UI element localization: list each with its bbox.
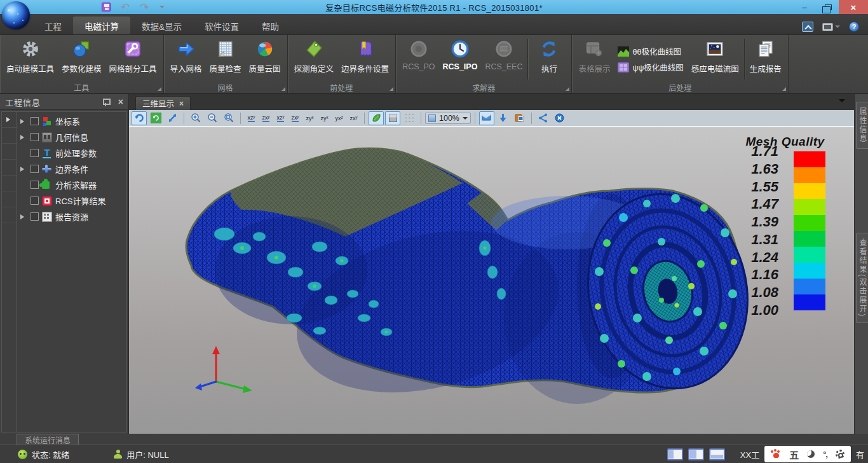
row-marker-icon bbox=[6, 117, 13, 122]
zoom-level-dropdown[interactable]: 100% bbox=[425, 113, 471, 124]
pan-view-button[interactable] bbox=[165, 111, 180, 125]
tab-system-messages[interactable]: 系统运行消息 bbox=[17, 434, 79, 445]
tab-overflow-icon[interactable] bbox=[839, 99, 845, 106]
generate-report-button[interactable]: 生成报告 bbox=[746, 36, 785, 82]
checkbox[interactable] bbox=[31, 149, 39, 157]
export-image-button[interactable] bbox=[512, 111, 527, 125]
launch-modeler-button[interactable]: 启动建模工具 bbox=[3, 36, 58, 82]
menu-tab-settings[interactable]: 软件设置 bbox=[193, 17, 250, 34]
tab-close-icon[interactable]: × bbox=[179, 99, 184, 108]
tab-property-info[interactable]: 属性信息 bbox=[856, 102, 868, 149]
psi-polar-curve-button[interactable]: ψψ极化曲线图 bbox=[618, 61, 683, 73]
ribbon-group-tools: 启动建模工具 参数化建模 网格剖分工具 工具 bbox=[0, 35, 164, 93]
expander-icon[interactable] bbox=[20, 119, 27, 124]
tab-3d-display[interactable]: 三维显示 × bbox=[135, 96, 191, 110]
zoom-out-button[interactable] bbox=[205, 111, 220, 125]
tree-item-report-resources[interactable]: 报告资源 bbox=[17, 209, 126, 225]
cancel-button[interactable] bbox=[552, 111, 567, 125]
zoom-fit-button[interactable] bbox=[221, 111, 236, 125]
menu-tab-help[interactable]: 帮助 bbox=[250, 17, 290, 34]
group-launcher-icon[interactable] bbox=[782, 87, 786, 91]
view-orientation-button-4[interactable]: zxʸ bbox=[288, 112, 302, 125]
menu-tab-data-display[interactable]: 数据&显示 bbox=[130, 17, 193, 34]
help-icon[interactable]: ? bbox=[849, 22, 859, 32]
mesh-tool-button[interactable]: 网格剖分工具 bbox=[105, 36, 161, 82]
view-orientation-button-8[interactable]: zxʸ bbox=[347, 112, 360, 125]
group-launcher-icon[interactable] bbox=[390, 87, 393, 91]
boundary-condition-button[interactable]: 边界条件设置 bbox=[337, 36, 393, 82]
close-button[interactable]: × bbox=[839, 0, 868, 14]
view-orientation-button-5[interactable]: zyˣ bbox=[303, 112, 316, 125]
layout-left-panel-icon[interactable] bbox=[667, 448, 683, 460]
tree-item-rcs-results[interactable]: RCS计算结果 bbox=[17, 193, 126, 209]
moon-icon[interactable] bbox=[807, 450, 815, 458]
ime-logo-paw-icon[interactable] bbox=[771, 450, 781, 459]
rcs-po-button[interactable]: RCS_PO bbox=[398, 36, 438, 82]
coordinate-system-icon bbox=[42, 116, 52, 127]
viewport-tab-bar: 三维显示 × bbox=[129, 94, 854, 110]
arrow-down-button[interactable] bbox=[496, 111, 511, 125]
menu-tab-project[interactable]: 工程 bbox=[33, 17, 73, 34]
tree-item-preprocess-params[interactable]: T 前处理参数 bbox=[17, 145, 126, 161]
theta-polar-curve-button[interactable]: θθ极化曲线图 bbox=[618, 45, 683, 57]
checkbox[interactable] bbox=[31, 117, 39, 125]
induced-current-map-button[interactable]: 感应电磁流图 bbox=[688, 36, 743, 82]
view-orientation-button-7[interactable]: yxᶻ bbox=[332, 112, 346, 125]
share-link-button[interactable] bbox=[536, 111, 551, 125]
collapse-ribbon-icon[interactable] bbox=[802, 22, 813, 32]
probe-angle-button[interactable]: 探测角定义 bbox=[290, 36, 338, 82]
restore-button[interactable] bbox=[816, 0, 839, 14]
view-orientation-button-1[interactable]: xzʸ bbox=[245, 112, 258, 125]
execute-button[interactable]: 执行 bbox=[529, 36, 569, 82]
device-icon bbox=[822, 23, 833, 31]
wireframe-grid-button[interactable] bbox=[402, 111, 417, 125]
rcs-eec-button[interactable]: RCS_EEC bbox=[481, 36, 526, 82]
checkbox[interactable] bbox=[31, 197, 39, 205]
ime-toolbar[interactable]: 五 °, bbox=[764, 446, 851, 462]
group-launcher-icon[interactable] bbox=[281, 87, 285, 91]
table-display-button[interactable]: 表格展示 bbox=[574, 36, 614, 82]
view-orientation-button-6[interactable]: zyˣ bbox=[318, 112, 331, 125]
menu-tab-em-compute[interactable]: 电磁计算 bbox=[73, 17, 130, 34]
checkbox[interactable] bbox=[31, 212, 39, 221]
view-orientation-button-3[interactable]: xzʸ bbox=[274, 112, 287, 125]
import-mesh-button[interactable]: 导入网格 bbox=[166, 36, 206, 82]
panel-close-icon[interactable]: × bbox=[118, 98, 123, 106]
minimize-button[interactable]: – bbox=[793, 0, 816, 14]
expander-icon[interactable] bbox=[20, 167, 27, 172]
shaded-mode-button[interactable] bbox=[369, 111, 384, 125]
menu-bar: 工程 电磁计算 数据&显示 软件设置 帮助 ? bbox=[0, 14, 868, 35]
checkbox[interactable] bbox=[31, 181, 39, 189]
rotate-view-button[interactable] bbox=[132, 111, 147, 125]
ime-gear-icon[interactable] bbox=[836, 450, 844, 459]
surface-mode-button[interactable] bbox=[385, 111, 400, 125]
tree-item-coordinate-system[interactable]: 坐标系 bbox=[17, 113, 126, 129]
tree-item-boundary-conditions[interactable]: 边界条件 bbox=[17, 161, 126, 177]
tree-item-solver[interactable]: 分析求解器 bbox=[17, 177, 126, 193]
layout-wide-panel-icon[interactable] bbox=[688, 448, 704, 460]
checkbox[interactable] bbox=[31, 133, 39, 141]
3d-canvas[interactable]: Mesh Quality 1.71 1.63 1.55 1.47 bbox=[129, 127, 854, 434]
app-logo[interactable] bbox=[2, 1, 30, 29]
pin-icon[interactable] bbox=[102, 98, 109, 106]
clip-plane-button[interactable] bbox=[479, 111, 494, 125]
group-label-tools: 工具 bbox=[74, 82, 89, 93]
display-device-control[interactable] bbox=[822, 23, 840, 31]
tab-view-results[interactable]: 查看结果(双击展开) bbox=[856, 233, 868, 323]
parametric-model-button[interactable]: 参数化建模 bbox=[58, 36, 105, 82]
group-launcher-icon[interactable] bbox=[158, 87, 161, 91]
tree-item-geometry-info[interactable]: 几何信息 bbox=[17, 129, 126, 145]
checkbox[interactable] bbox=[31, 165, 39, 173]
quality-cloud-button[interactable]: 质量云图 bbox=[245, 36, 285, 82]
zoom-in-button[interactable] bbox=[188, 111, 203, 125]
refresh-view-button[interactable] bbox=[148, 111, 163, 125]
expander-icon[interactable] bbox=[20, 214, 27, 219]
punctuation-icon[interactable]: °, bbox=[823, 450, 827, 459]
expander-icon[interactable] bbox=[20, 135, 27, 140]
quality-check-button[interactable]: 质量检查 bbox=[206, 36, 245, 82]
ime-mode-label[interactable]: 五 bbox=[789, 448, 799, 461]
group-launcher-icon[interactable] bbox=[566, 87, 569, 91]
layout-bottom-panel-icon[interactable] bbox=[709, 448, 725, 460]
rcs-ipo-button[interactable]: RCS_IPO bbox=[439, 36, 482, 82]
view-orientation-button-2[interactable]: zxʸ bbox=[259, 112, 273, 125]
